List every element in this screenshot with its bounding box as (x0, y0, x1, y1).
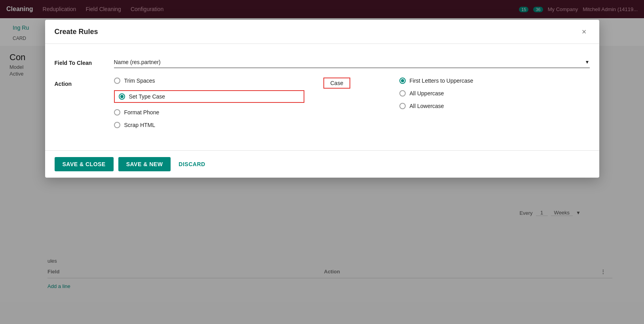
field-select-wrapper[interactable]: Name (res.partner) ▼ (114, 57, 590, 68)
radio-all-lowercase-label: All Lowercase (410, 103, 444, 109)
radio-format-phone-label: Format Phone (124, 109, 160, 116)
radio-first-letters-circle (399, 78, 406, 84)
radio-format-phone[interactable]: Format Phone (114, 109, 304, 116)
radio-set-type-case-label: Set Type Case (129, 93, 165, 100)
radio-all-uppercase-circle (399, 90, 406, 97)
radio-all-uppercase[interactable]: All Uppercase (399, 90, 590, 97)
field-to-clean-label: Field To Clean (55, 57, 114, 66)
case-group-label: Case (323, 78, 351, 89)
field-select-value: Name (res.partner) (114, 59, 585, 65)
radio-scrap-html[interactable]: Scrap HTML (114, 122, 304, 128)
radio-trim-spaces[interactable]: Trim Spaces (114, 78, 304, 84)
action-label: Action (55, 78, 114, 87)
case-section: Case (304, 78, 384, 93)
field-to-clean-row: Field To Clean Name (res.partner) ▼ (55, 57, 590, 68)
radio-first-letters[interactable]: First Letters to Uppercase (399, 78, 590, 84)
action-row: Action Trim Spaces (55, 78, 590, 128)
modal-dialog: Create Rules × Field To Clean Name (res.… (45, 20, 599, 178)
radio-first-letters-label: First Letters to Uppercase (410, 78, 473, 84)
modal-header: Create Rules × (45, 20, 599, 44)
action-right-col: First Letters to Uppercase All Uppercase… (384, 78, 590, 109)
modal-overlay: Create Rules × Field To Clean Name (res.… (0, 0, 644, 324)
radio-set-type-case[interactable]: Set Type Case (114, 90, 304, 103)
close-button[interactable]: × (579, 26, 590, 37)
action-left-col: Trim Spaces Set Type Case Format Phone (114, 78, 304, 128)
radio-set-type-case-circle (119, 93, 125, 100)
save-close-button[interactable]: SAVE & CLOSE (55, 157, 114, 171)
radio-trim-spaces-label: Trim Spaces (124, 78, 155, 84)
action-grid: Trim Spaces Set Type Case Format Phone (114, 78, 590, 128)
radio-format-phone-circle (114, 109, 120, 116)
modal-body: Field To Clean Name (res.partner) ▼ Acti… (45, 44, 599, 150)
field-to-clean-field[interactable]: Name (res.partner) ▼ (114, 57, 590, 68)
discard-button[interactable]: DISCARD (175, 157, 208, 171)
action-field: Trim Spaces Set Type Case Format Phone (114, 78, 590, 128)
save-new-button[interactable]: SAVE & NEW (118, 157, 171, 171)
radio-all-lowercase-circle (399, 103, 406, 109)
radio-trim-spaces-circle (114, 78, 120, 84)
radio-all-uppercase-label: All Uppercase (410, 90, 444, 97)
radio-all-lowercase[interactable]: All Lowercase (399, 103, 590, 109)
modal-title: Create Rules (55, 28, 98, 36)
modal-footer: SAVE & CLOSE SAVE & NEW DISCARD (45, 150, 599, 178)
select-arrow-icon: ▼ (585, 59, 590, 65)
radio-scrap-html-label: Scrap HTML (124, 122, 156, 128)
radio-scrap-html-circle (114, 122, 120, 128)
